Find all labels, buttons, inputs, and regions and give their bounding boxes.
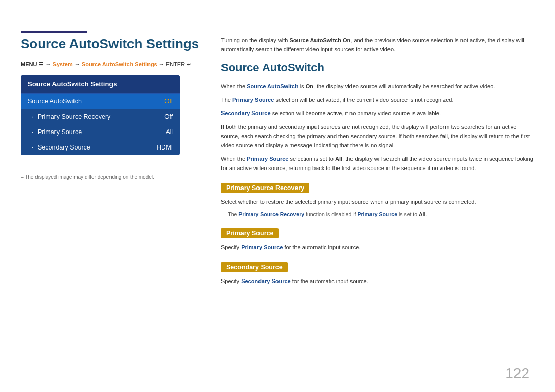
section-secondary-source: Secondary Source Specify Secondary Sourc… (221, 256, 534, 286)
menu-item-autoswitch[interactable]: Source AutoSwitch Off (21, 94, 180, 109)
menu-item-primary-recovery[interactable]: · Primary Source Recovery Off (21, 109, 180, 124)
section-autoswitch-title: Source AutoSwitch (221, 61, 534, 74)
left-column: Source AutoSwitch Settings MENU ☰ → Syst… (21, 36, 206, 180)
menu-item-autoswitch-label: Source AutoSwitch (28, 98, 82, 105)
menu-item-primary-recovery-label: · Primary Source Recovery (32, 113, 110, 120)
menu-item-primary-source[interactable]: · Primary Source All (21, 124, 180, 140)
menu-item-primary-recovery-value: Off (164, 113, 173, 120)
autoswitch-link: Source AutoSwitch Settings (82, 61, 157, 67)
secondary-source-body: Specify Secondary Source for the automat… (221, 276, 534, 286)
primary-source-heading: Primary Source (221, 228, 279, 238)
page-title: Source AutoSwitch Settings (21, 36, 206, 52)
menu-item-secondary-source[interactable]: · Secondary Source HDMI (21, 140, 180, 155)
menu-item-autoswitch-value: Off (164, 98, 173, 105)
top-border-line (21, 31, 534, 31)
right-column: Turning on the display with Source AutoS… (221, 36, 534, 290)
system-link: System (53, 61, 73, 67)
secondary-source-heading: Secondary Source (221, 262, 288, 272)
intro-paragraph: Turning on the display with Source AutoS… (221, 36, 534, 54)
primary-recovery-heading: Primary Source Recovery (221, 183, 309, 193)
para-1: When the Source AutoSwitch is On, the di… (221, 82, 534, 91)
page-number: 122 (505, 365, 529, 382)
para-3: Secondary Source selection will become a… (221, 108, 534, 118)
para-2: The Primary Source selection will be act… (221, 95, 534, 104)
primary-recovery-body: Select whether to restore the selected p… (221, 197, 534, 207)
section-primary-recovery: Primary Source Recovery Select whether t… (221, 177, 534, 219)
disclaimer-text: – The displayed image may differ dependi… (21, 170, 164, 180)
primary-source-body: Specify Primary Source for the automatic… (221, 242, 534, 252)
menu-box-title: Source AutoSwitch Settings (21, 75, 180, 94)
menu-icon: ☰ (39, 61, 45, 67)
menu-item-primary-source-value: All (166, 128, 173, 136)
column-divider (216, 36, 216, 344)
menu-item-secondary-source-value: HDMI (157, 144, 173, 151)
primary-recovery-note: — The Primary Source Recovery function i… (221, 211, 534, 219)
menu-item-secondary-source-label: · Secondary Source (32, 144, 90, 151)
menu-breadcrumb: MENU ☰ → System → Source AutoSwitch Sett… (21, 61, 206, 68)
para-5: When the Primary Source selection is set… (221, 154, 534, 173)
para-4: If both the primary and secondary input … (221, 122, 534, 150)
menu-item-primary-source-label: · Primary Source (32, 128, 82, 136)
menu-label: MENU (21, 61, 37, 67)
section-primary-source: Primary Source Specify Primary Source fo… (221, 222, 534, 252)
settings-menu-box: Source AutoSwitch Settings Source AutoSw… (21, 75, 180, 155)
